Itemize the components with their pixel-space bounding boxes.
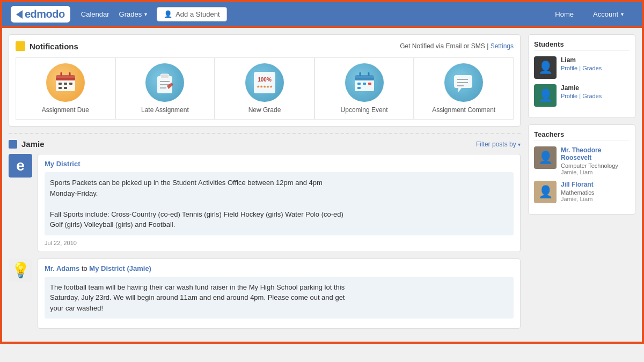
- logo-arrow: [16, 10, 23, 19]
- posts-icon: [9, 140, 17, 149]
- jill-name[interactable]: Jill Florant: [561, 181, 630, 188]
- main-layout: Notifications Get Notified via Email or …: [2, 28, 642, 342]
- jamie-grades-link[interactable]: Grades: [582, 93, 602, 99]
- svg-rect-20: [355, 78, 374, 80]
- post-content-2: The football team will be having their c…: [45, 277, 514, 319]
- students-section: Students 👤 Liam Profile | Grades 👤 Jamie: [528, 34, 635, 118]
- svg-rect-9: [64, 87, 67, 89]
- notif-assignment-due[interactable]: Assignment Due: [16, 57, 115, 120]
- notifications-title-wrap: Notifications: [16, 41, 78, 51]
- svg-rect-6: [64, 83, 67, 85]
- header: edmodo Calendar Grades ▾ 👤 Add a Student…: [2, 2, 642, 28]
- liam-profile-link[interactable]: Profile: [561, 65, 577, 71]
- posts-header: Jamie Filter posts by ▾: [9, 139, 521, 149]
- svg-rect-15: [254, 72, 275, 93]
- posts-title-wrap: Jamie: [9, 139, 45, 149]
- jamie-profile-link[interactable]: Profile: [561, 93, 577, 99]
- notifications-title: Notifications: [30, 42, 78, 51]
- notif-settings-link[interactable]: Settings: [491, 42, 514, 50]
- posts-section: Jamie Filter posts by ▾ e My District Sp…: [9, 139, 521, 329]
- notifications-header: Notifications Get Notified via Email or …: [16, 41, 514, 51]
- filter-posts-button[interactable]: Filter posts by ▾: [476, 141, 521, 148]
- nav-calendar[interactable]: Calendar: [81, 10, 109, 18]
- logo[interactable]: edmodo: [11, 6, 70, 23]
- notif-late-assignment-label: Late Assignment: [141, 106, 189, 114]
- notif-assignment-comment-icon: [444, 63, 483, 102]
- nav-account[interactable]: Account ▾: [593, 10, 624, 18]
- notif-new-grade[interactable]: 100% ★★★★★ New Grade: [215, 57, 314, 120]
- notif-upcoming-event-icon: [345, 63, 384, 102]
- svg-rect-7: [69, 83, 72, 85]
- notif-assignment-comment-label: Assignment Comment: [432, 106, 495, 114]
- notification-icon: [16, 41, 25, 51]
- post-body-1: My District Sports Packets can be picked…: [38, 154, 521, 252]
- jill-info: Jill Florant Mathematics Jamie, Liam: [561, 181, 630, 202]
- jill-subject: Mathematics: [561, 189, 630, 196]
- post-source-dest[interactable]: My District (Jamie): [89, 264, 151, 272]
- nav-home[interactable]: Home: [555, 10, 574, 18]
- post-item-2: 💡 Mr. Adams to My District (Jamie) The f…: [9, 258, 521, 329]
- notif-late-assignment-icon: [145, 63, 184, 102]
- svg-text:100%: 100%: [258, 77, 272, 83]
- svg-rect-24: [363, 83, 366, 85]
- post-body-2: Mr. Adams to My District (Jamie) The foo…: [38, 258, 521, 329]
- theodore-avatar: 👤: [534, 146, 557, 169]
- header-right: Home Account ▾: [555, 10, 633, 18]
- theodore-info: Mr. Theodore Roosevelt Computer Technolo…: [561, 146, 630, 175]
- svg-rect-26: [357, 87, 361, 89]
- teachers-title: Teachers: [534, 130, 630, 141]
- post-source-prefix[interactable]: Mr. Adams: [45, 264, 79, 272]
- svg-rect-25: [368, 83, 371, 85]
- svg-rect-5: [58, 83, 62, 85]
- svg-rect-8: [58, 87, 62, 89]
- grade-svg: 100% ★★★★★: [251, 69, 279, 97]
- sidebar: Students 👤 Liam Profile | Grades 👤 Jamie: [528, 34, 635, 335]
- posts-title: Jamie: [21, 139, 45, 149]
- notifications-actions: Get Notified via Email or SMS | Settings: [400, 42, 514, 50]
- filter-caret: ▾: [518, 142, 521, 147]
- logo-text: edmodo: [25, 8, 65, 20]
- notif-new-grade-icon: 100% ★★★★★: [245, 63, 284, 102]
- notif-upcoming-event[interactable]: Upcoming Event: [314, 57, 414, 120]
- liam-grades-link[interactable]: Grades: [582, 65, 602, 71]
- post-item-1: e My District Sports Packets can be pick…: [9, 154, 521, 252]
- content-area: Notifications Get Notified via Email or …: [9, 34, 521, 335]
- calendar-svg: [54, 71, 77, 94]
- jamie-avatar: 👤: [534, 84, 557, 107]
- person-icon: 👤: [164, 10, 172, 18]
- post-source-connector: to: [82, 264, 89, 272]
- teachers-section: Teachers 👤 Mr. Theodore Roosevelt Comput…: [528, 124, 635, 215]
- teacher-jill: 👤 Jill Florant Mathematics Jamie, Liam: [534, 181, 630, 203]
- theodore-subject: Computer Technology: [561, 162, 630, 169]
- student-liam: 👤 Liam Profile | Grades: [534, 56, 630, 79]
- notif-late-assignment[interactable]: Late Assignment: [115, 57, 215, 120]
- jamie-info: Jamie Profile | Grades: [561, 84, 630, 99]
- svg-rect-2: [56, 78, 75, 80]
- post-avatar-e: e: [9, 154, 32, 178]
- liam-info: Liam Profile | Grades: [561, 56, 630, 71]
- jill-students: Jamie, Liam: [561, 196, 630, 202]
- student-jamie: 👤 Jamie Profile | Grades: [534, 84, 630, 107]
- add-student-button[interactable]: 👤 Add a Student: [157, 7, 226, 21]
- svg-text:★★★★★: ★★★★★: [257, 85, 273, 88]
- post-date-1: Jul 22, 2010: [45, 240, 514, 246]
- clipboard-svg: [153, 71, 177, 94]
- comment-svg: [452, 71, 475, 94]
- event-calendar-svg: [353, 71, 376, 94]
- notif-upcoming-event-label: Upcoming Event: [341, 106, 388, 114]
- post-content-1: Sports Packets can be picked up in the S…: [45, 172, 514, 235]
- post-source-2: Mr. Adams to My District (Jamie): [45, 264, 514, 272]
- teacher-theodore: 👤 Mr. Theodore Roosevelt Computer Techno…: [534, 146, 630, 175]
- notif-assignment-due-label: Assignment Due: [42, 106, 89, 114]
- account-caret: ▾: [621, 11, 624, 17]
- notif-assignment-comment[interactable]: Assignment Comment: [414, 57, 514, 120]
- svg-rect-23: [357, 83, 361, 85]
- section-divider: [9, 133, 521, 134]
- nav-grades[interactable]: Grades ▾: [119, 10, 148, 18]
- jamie-name: Jamie: [561, 84, 630, 92]
- liam-name: Liam: [561, 56, 630, 64]
- post-source-1[interactable]: My District: [45, 160, 514, 168]
- theodore-name[interactable]: Mr. Theodore Roosevelt: [561, 146, 630, 161]
- svg-rect-11: [160, 74, 169, 78]
- grades-caret: ▾: [144, 11, 147, 17]
